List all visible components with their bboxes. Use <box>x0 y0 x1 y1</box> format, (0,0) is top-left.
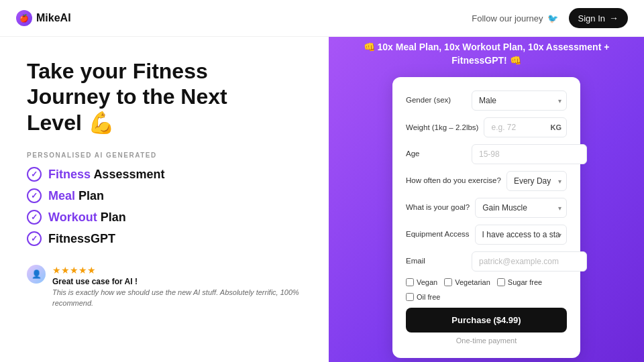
gender-select-wrapper: Male Female Other ▾ <box>472 90 567 111</box>
payment-note: One-time payment <box>406 337 567 345</box>
reviewer-avatar: 👤 <box>27 265 46 284</box>
signin-button[interactable]: Sign In → <box>569 8 628 28</box>
oilfree-label: Oil free <box>417 293 440 301</box>
kg-label: KG <box>551 123 562 131</box>
review-section: 👤 ★★★★★ Great use case for AI ! This is … <box>27 265 302 308</box>
check-icon-fitness: ✓ <box>27 167 42 182</box>
review-text: This is exactly how we should use the ne… <box>52 288 302 308</box>
goal-select-wrapper: Gain Muscle Lose Weight Maintain Weight … <box>475 198 567 218</box>
feature-workout-rest: Plan <box>101 210 126 224</box>
navbar: 🍎 MikeAI Follow our journey 🐦 Sign In → <box>0 0 644 37</box>
right-panel: 👊 10x Meal Plan, 10x Workout Plan, 10x A… <box>329 37 644 362</box>
feature-meal-highlight: Meal <box>48 189 75 202</box>
age-input[interactable] <box>472 144 587 164</box>
follow-text: Follow our journey 🐦 <box>472 13 557 23</box>
goal-row: What is your goal? Gain Muscle Lose Weig… <box>406 198 567 218</box>
exercise-select-wrapper: Every Day 3-4 times/week 1-2 times/week … <box>506 171 567 191</box>
feature-fitness-rest: Assessment <box>93 168 164 181</box>
email-input[interactable] <box>472 251 587 272</box>
vegan-checkbox[interactable] <box>406 278 414 286</box>
equipment-select-wrapper: I have access to a standard gym Home gym… <box>475 225 567 245</box>
sugarfree-label: Sugar free <box>508 278 542 286</box>
vegetarian-checkbox[interactable] <box>444 278 452 286</box>
hero-title-line3: Level 💪 <box>27 111 115 135</box>
feature-workout-highlight: Workout <box>48 210 97 224</box>
feature-list: ✓ Fitness Assessment ✓ Meal Plan ✓ Worko… <box>27 167 302 246</box>
vegan-label: Vegan <box>417 278 437 286</box>
vegan-checkbox-label[interactable]: Vegan <box>406 278 437 286</box>
left-panel: Take your Fitness Journey to the Next Le… <box>0 37 329 362</box>
feature-item-fitnessgpt: ✓ FitnessGPT <box>27 231 302 246</box>
purchase-button[interactable]: Purchase ($4.99) <box>406 308 567 333</box>
check-icon-workout: ✓ <box>27 210 42 225</box>
sugarfree-checkbox-label[interactable]: Sugar free <box>497 278 542 286</box>
email-label: Email <box>406 256 466 266</box>
vegetarian-checkbox-label[interactable]: Vegetarian <box>444 278 490 286</box>
check-icon-fitnessgpt: ✓ <box>27 231 42 246</box>
checkbox-row: Vegan Vegetarian Sugar free Oil free <box>406 278 567 301</box>
review-stars: ★★★★★ <box>52 265 302 276</box>
equipment-row: Equipment Access I have access to a stan… <box>406 225 567 245</box>
sugarfree-checkbox[interactable] <box>497 278 505 286</box>
promo-banner: 👊 10x Meal Plan, 10x Workout Plan, 10x A… <box>342 41 631 67</box>
age-row: Age <box>406 144 567 164</box>
review-title: Great use case for AI ! <box>52 277 302 286</box>
logo: 🍎 MikeAI <box>16 10 71 26</box>
right-inner: 👊 10x Meal Plan, 10x Workout Plan, 10x A… <box>342 41 631 357</box>
personalized-label: PERSONALISED AI GENERATED <box>27 152 302 159</box>
goal-select[interactable]: Gain Muscle Lose Weight Maintain Weight <box>475 198 567 218</box>
logo-icon: 🍎 <box>16 10 32 26</box>
weight-row: Weight (1kg – 2.2lbs) KG <box>406 117 567 137</box>
feature-item-meal: ✓ Meal Plan <box>27 188 302 203</box>
feature-item-fitness: ✓ Fitness Assessment <box>27 167 302 182</box>
logo-emoji: 🍎 <box>19 14 29 23</box>
email-row: Email <box>406 251 567 272</box>
form-card: Gender (sex) Male Female Other ▾ Weight … <box>392 77 580 358</box>
exercise-row: How often do you exercise? Every Day 3-4… <box>406 171 567 191</box>
signin-label: Sign In <box>578 13 605 23</box>
feature-meal-rest: Plan <box>78 189 104 202</box>
gender-select[interactable]: Male Female Other <box>472 90 567 111</box>
equipment-label: Equipment Access <box>406 229 470 239</box>
exercise-label: How often do you exercise? <box>406 176 501 186</box>
feature-fitnessgpt-label: FitnessGPT <box>48 232 115 246</box>
feature-fitness: Fitness Assessment <box>48 168 164 182</box>
check-icon-meal: ✓ <box>27 188 42 203</box>
oilfree-checkbox[interactable] <box>406 293 414 301</box>
age-label: Age <box>406 149 466 159</box>
logo-text: MikeAI <box>36 12 71 24</box>
feature-item-workout: ✓ Workout Plan <box>27 210 302 225</box>
hero-title-line2: Journey to the Next <box>27 84 227 109</box>
exercise-select[interactable]: Every Day 3-4 times/week 1-2 times/week … <box>506 171 567 191</box>
gender-label: Gender (sex) <box>406 95 466 105</box>
nav-right: Follow our journey 🐦 Sign In → <box>472 8 628 28</box>
vegetarian-label: Vegetarian <box>455 278 490 286</box>
follow-label: Follow our journey <box>472 13 543 23</box>
weight-input-wrapper: KG <box>484 117 567 137</box>
hero-title-line1: Take your Fitness <box>27 59 208 83</box>
twitter-icon: 🐦 <box>547 13 558 23</box>
signin-arrow: → <box>609 13 619 23</box>
weight-label: Weight (1kg – 2.2lbs) <box>406 123 478 131</box>
equipment-select[interactable]: I have access to a standard gym Home gym… <box>475 225 567 245</box>
oilfree-checkbox-label[interactable]: Oil free <box>406 293 440 301</box>
main-layout: Take your Fitness Journey to the Next Le… <box>0 37 644 362</box>
gender-row: Gender (sex) Male Female Other ▾ <box>406 90 567 111</box>
review-content: ★★★★★ Great use case for AI ! This is ex… <box>52 265 302 308</box>
feature-meal: Meal Plan <box>48 189 104 203</box>
hero-title: Take your Fitness Journey to the Next Le… <box>27 58 302 135</box>
feature-workout: Workout Plan <box>48 210 126 225</box>
feature-fitness-highlight: Fitness <box>48 168 91 181</box>
goal-label: What is your goal? <box>406 202 470 213</box>
